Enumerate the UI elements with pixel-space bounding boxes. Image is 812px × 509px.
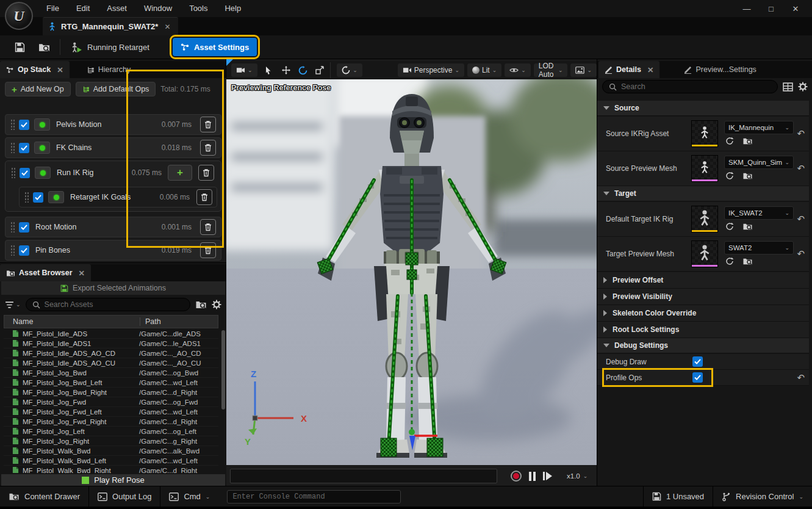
tab-asset-browser[interactable]: Asset Browser ✕ xyxy=(0,264,91,281)
asset-row[interactable]: MF_Pistol_Idle_ADS1 /Game/C...le_ADS1 xyxy=(4,339,218,348)
asset-settings-button[interactable]: Asset Settings xyxy=(173,38,257,56)
section-preview-offset[interactable]: Preview Offset xyxy=(597,272,809,289)
details-search[interactable] xyxy=(602,80,778,93)
reset-to-default-icon[interactable]: ↶ xyxy=(797,214,805,225)
pelvis-motion-checkbox[interactable] xyxy=(19,120,29,130)
viewport-options-button[interactable]: ⌄ xyxy=(231,63,257,77)
target-ikrig-dropdown[interactable]: IK_SWAT2 ⌄ xyxy=(724,206,794,220)
reset-to-default-icon[interactable]: ↶ xyxy=(797,163,805,174)
viewport[interactable]: ⌄ ⌄ Perspective⌄ xyxy=(226,59,597,486)
details-gear-icon[interactable] xyxy=(798,82,808,92)
column-path[interactable]: Path xyxy=(140,317,161,326)
step-forward-button[interactable] xyxy=(543,472,552,480)
asset-row[interactable]: MF_Pistol_Jog_Bwd_Right /Game/C...d_Righ… xyxy=(4,388,218,397)
section-target[interactable]: Target xyxy=(597,186,809,201)
source-ikrig-dropdown[interactable]: IK_Mannequin ⌄ xyxy=(724,121,794,134)
section-debug-settings[interactable]: Debug Settings xyxy=(597,338,809,353)
details-tab-close-icon[interactable]: ✕ xyxy=(647,65,653,74)
record-button[interactable] xyxy=(511,471,522,482)
tab-details[interactable]: Details ✕ xyxy=(598,61,659,78)
run-ik-rig-checkbox[interactable] xyxy=(20,168,30,178)
op-row-fk-chains[interactable]: FK Chains 0.018 ms xyxy=(5,137,221,158)
asset-search[interactable] xyxy=(26,298,190,311)
drag-handle[interactable] xyxy=(10,119,15,130)
pin-bones-checkbox[interactable] xyxy=(19,245,29,256)
drag-handle[interactable] xyxy=(11,167,15,178)
use-selected-icon[interactable] xyxy=(725,222,734,231)
browse-to-icon[interactable] xyxy=(742,222,753,231)
profile-ops-checkbox[interactable] xyxy=(692,372,703,383)
lit-mode-dropdown[interactable]: Lit⌄ xyxy=(467,63,501,77)
asset-search-input[interactable] xyxy=(45,300,184,309)
tab-hierarchy[interactable]: Hierarchy xyxy=(81,61,137,78)
menu-help[interactable]: Help xyxy=(216,0,250,17)
menu-asset[interactable]: Asset xyxy=(98,0,135,17)
menu-file[interactable]: File xyxy=(38,0,68,17)
drag-handle[interactable] xyxy=(24,192,29,203)
reset-to-default-icon[interactable]: ↶ xyxy=(797,248,805,259)
perspective-dropdown[interactable]: Perspective⌄ xyxy=(398,63,464,77)
asset-row[interactable]: MF_Pistol_Jog_Fwd /Game/C...og_Fwd xyxy=(4,397,218,407)
rotation-snap-button[interactable]: ⌄ xyxy=(337,63,362,77)
source-ikrig-thumbnail[interactable] xyxy=(691,120,718,147)
asset-row[interactable]: MF_Pistol_Jog_Fwd_Left /Game/C...wd_Left xyxy=(4,407,218,417)
menu-edit[interactable]: Edit xyxy=(68,0,98,17)
use-selected-icon[interactable] xyxy=(725,171,734,180)
asset-row[interactable]: MF_Pistol_Jog_Bwd /Game/C...og_Bwd xyxy=(4,368,218,378)
delete-op-button[interactable] xyxy=(198,165,214,181)
reset-to-default-icon[interactable]: ↶ xyxy=(797,128,805,139)
add-default-ops-button[interactable]: Add Default Ops xyxy=(76,82,156,96)
asset-row[interactable]: MF_Pistol_Idle_ADS_AO_CU /Game/C..._AO_C… xyxy=(4,358,218,368)
browse-to-icon[interactable] xyxy=(742,171,753,180)
op-row-root-motion[interactable]: Root Motion 0.001 ms xyxy=(5,217,221,237)
show-flags-dropdown[interactable]: ⌄ xyxy=(505,63,531,77)
delete-op-button[interactable] xyxy=(200,140,216,156)
asset-browser-tab-close-icon[interactable]: ✕ xyxy=(79,269,85,278)
add-new-op-button[interactable]: + Add New Op xyxy=(5,82,71,96)
asset-row[interactable]: MF_Pistol_Jog_Left /Game/C...og_Left xyxy=(4,427,218,436)
maximize-button[interactable]: □ xyxy=(763,4,779,13)
content-drawer-button[interactable]: Content Drawer xyxy=(0,486,88,507)
use-selected-icon[interactable] xyxy=(725,137,734,145)
add-sub-op-button[interactable]: + xyxy=(168,165,192,181)
menu-tools[interactable]: Tools xyxy=(181,0,216,17)
op-row-run-ik-rig[interactable]: Run IK Rig 0.075 ms + xyxy=(6,162,220,183)
source-mesh-thumbnail[interactable] xyxy=(691,155,718,182)
choose-folder-icon[interactable] xyxy=(195,300,207,309)
pause-button[interactable] xyxy=(529,472,536,481)
cmd-dropdown[interactable]: Cmd ⌄ xyxy=(160,486,218,507)
translate-tool-button[interactable] xyxy=(279,63,293,77)
section-root-lock-settings[interactable]: Root Lock Settings xyxy=(597,322,809,338)
details-search-input[interactable] xyxy=(621,82,771,91)
scale-tool-button[interactable] xyxy=(313,63,326,77)
asset-row[interactable]: MF_Pistol_Walk_Bwd_Right /Game/C...d_Rig… xyxy=(4,466,218,473)
browse-to-icon[interactable] xyxy=(742,257,753,265)
save-button[interactable] xyxy=(7,38,32,56)
minimize-button[interactable]: — xyxy=(739,4,755,13)
op-stack-tab-close-icon[interactable]: ✕ xyxy=(57,65,63,74)
target-ikrig-thumbnail[interactable] xyxy=(691,206,718,233)
debug-draw-checkbox[interactable] xyxy=(692,356,703,367)
asset-row[interactable]: MF_Pistol_Idle_ADS_AO_CD /Game/C..._AO_C… xyxy=(4,348,218,358)
browse-to-asset-button[interactable] xyxy=(32,38,56,56)
target-mesh-dropdown[interactable]: SWAT2 ⌄ xyxy=(724,241,794,254)
menu-window[interactable]: Window xyxy=(135,0,181,17)
unreal-logo-icon[interactable]: U xyxy=(5,2,33,30)
op-row-pelvis-motion[interactable]: Pelvis Motion 0.007 ms xyxy=(5,114,221,135)
asset-row[interactable]: MF_Pistol_Jog_Bwd_Left /Game/C...wd_Left xyxy=(4,378,218,388)
retarget-ik-goals-checkbox[interactable] xyxy=(33,192,43,203)
section-preview-visibility[interactable]: Preview Visibility xyxy=(597,289,809,305)
delete-op-button[interactable] xyxy=(200,242,216,258)
column-name[interactable]: Name xyxy=(4,317,140,326)
drag-handle[interactable] xyxy=(10,245,15,256)
target-mesh-thumbnail[interactable] xyxy=(691,240,718,267)
settings-gear-icon[interactable] xyxy=(212,300,221,309)
tab-op-stack[interactable]: Op Stack ✕ xyxy=(0,61,70,78)
source-mesh-dropdown[interactable]: SKM_Quinn_Sim ⌄ xyxy=(724,156,794,169)
running-retarget-button[interactable]: Running Retarget xyxy=(64,38,157,56)
screenshot-dropdown[interactable]: ⌄ xyxy=(570,63,597,77)
revision-control-dropdown[interactable]: Revision Control ⌄ xyxy=(713,486,812,507)
reset-to-default-icon[interactable]: ↶ xyxy=(797,372,805,383)
section-source[interactable]: Source xyxy=(597,101,809,116)
delete-op-button[interactable] xyxy=(200,219,216,235)
